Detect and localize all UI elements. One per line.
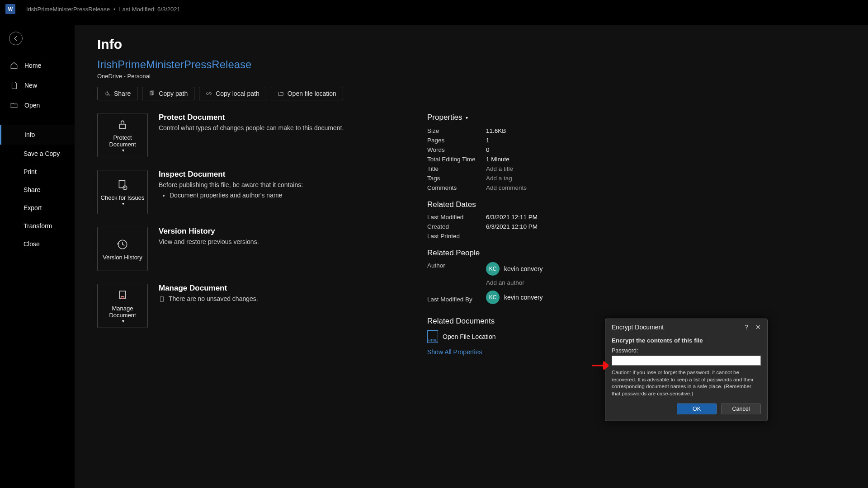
- last-printed-label: Last Printed: [427, 233, 486, 239]
- nav-print[interactable]: Print: [0, 163, 75, 181]
- document-name: IrishPrimeMinisterPressRelease: [97, 58, 845, 71]
- nav-export[interactable]: Export: [0, 199, 75, 217]
- nav-print-label: Print: [24, 168, 37, 175]
- protect-description: Control what types of changes people can…: [159, 124, 344, 133]
- protect-document-button[interactable]: Protect Document▾: [97, 113, 148, 157]
- svg-rect-3: [119, 180, 125, 188]
- related-documents-header: Related Documents: [427, 317, 599, 326]
- copy-local-path-button[interactable]: Copy local path: [199, 87, 266, 100]
- version-history-label: Version History: [103, 254, 142, 261]
- check-for-issues-button[interactable]: Check for Issues▾: [97, 170, 148, 214]
- words-label: Words: [427, 146, 486, 153]
- nav-open[interactable]: Open: [0, 95, 75, 115]
- title-value[interactable]: Add a title: [486, 165, 513, 172]
- properties-label: Properties: [427, 113, 462, 122]
- folder-icon: [278, 90, 284, 97]
- nav-home[interactable]: Home: [0, 56, 75, 75]
- modified-by-name: kevin convery: [504, 294, 543, 301]
- nav-export-label: Export: [24, 204, 42, 211]
- encrypt-document-dialog: Encrypt Document ? ✕ Encrypt the content…: [605, 319, 768, 421]
- nav-transform-label: Transform: [24, 222, 52, 230]
- protect-heading: Protect Document: [159, 113, 344, 122]
- chevron-down-icon: ▾: [122, 201, 124, 206]
- comments-value[interactable]: Add comments: [486, 184, 527, 191]
- avatar: KC: [486, 291, 500, 304]
- related-dates-header: Related Dates: [427, 200, 599, 209]
- related-people-header: Related People: [427, 249, 599, 258]
- document-location: OneDrive - Personal: [97, 73, 845, 80]
- nav-new[interactable]: New: [0, 75, 75, 95]
- dialog-help-button[interactable]: ?: [745, 324, 748, 331]
- author-person[interactable]: KCkevin convery: [486, 262, 543, 276]
- nav-new-label: New: [24, 82, 37, 89]
- manage-heading: Manage Document: [159, 284, 258, 293]
- inspect-bullet: Document properties and author's name: [170, 192, 303, 199]
- history-icon: [117, 239, 128, 250]
- author-label: Author: [427, 262, 486, 269]
- size-label: Size: [427, 127, 486, 134]
- chevron-down-icon: ▾: [466, 115, 468, 120]
- nav-save-a-copy[interactable]: Save a Copy: [0, 145, 75, 163]
- tags-value[interactable]: Add a tag: [486, 175, 512, 182]
- modified-by-label: Last Modified By: [427, 296, 486, 303]
- open-file-location-link[interactable]: HTML Open File Location: [427, 330, 599, 343]
- nav-close-label: Close: [24, 240, 40, 248]
- tags-label: Tags: [427, 175, 486, 182]
- manage-document-label: Manage Document: [99, 305, 146, 319]
- nav-share-label: Share: [24, 186, 40, 193]
- last-modified-label: Last Modified: [427, 214, 486, 221]
- properties-dropdown[interactable]: Properties▾: [427, 113, 599, 122]
- nav-info[interactable]: Info: [0, 125, 75, 145]
- nav-share[interactable]: Share: [0, 181, 75, 199]
- svg-rect-0: [150, 92, 153, 95]
- open-file-location-label: Open file location: [288, 90, 336, 97]
- dialog-heading: Encrypt the contents of this file: [612, 337, 703, 344]
- ok-button[interactable]: OK: [677, 404, 717, 414]
- last-modified-value: 6/3/2021 12:11 PM: [486, 214, 538, 221]
- doc-small-icon: [159, 296, 165, 302]
- nav-close[interactable]: Close: [0, 235, 75, 253]
- edit-time-label: Total Editing Time: [427, 156, 486, 163]
- copy-icon: [149, 90, 155, 97]
- show-all-properties-link[interactable]: Show All Properties: [427, 348, 599, 356]
- nav-transform[interactable]: Transform: [0, 217, 75, 235]
- inspect-icon: [117, 179, 128, 191]
- nav-info-label: Info: [24, 131, 35, 138]
- copy-local-path-label: Copy local path: [216, 90, 259, 97]
- lock-icon: [117, 119, 128, 131]
- inspect-description: Before publishing this file, be aware th…: [159, 181, 303, 190]
- created-label: Created: [427, 223, 486, 230]
- title-separator: •: [113, 6, 116, 13]
- add-author-link[interactable]: Add an author: [486, 279, 543, 286]
- manage-document-button[interactable]: Manage Document▾: [97, 284, 148, 328]
- password-input[interactable]: [612, 356, 761, 366]
- cancel-button[interactable]: Cancel: [721, 404, 761, 414]
- manage-description: There are no unsaved changes.: [169, 295, 258, 304]
- share-label: Share: [114, 90, 131, 97]
- version-history-button[interactable]: Version History: [97, 227, 148, 271]
- dialog-close-button[interactable]: ✕: [755, 324, 761, 331]
- comments-label: Comments: [427, 184, 486, 191]
- open-folder-icon: [10, 101, 18, 109]
- new-doc-icon: [10, 81, 18, 89]
- size-value: 11.6KB: [486, 127, 506, 134]
- title-last-modified: Last Modified: 6/3/2021: [119, 6, 180, 13]
- author-name: kevin convery: [504, 265, 543, 272]
- copy-path-button[interactable]: Copy path: [142, 87, 194, 100]
- avatar: KC: [486, 262, 500, 276]
- sidebar-divider: [8, 120, 66, 120]
- home-icon: [10, 61, 18, 70]
- titlebar: W IrishPrimeMinisterPressRelease • Last …: [0, 0, 868, 18]
- page-title: Info: [97, 37, 845, 52]
- link-icon: [206, 90, 212, 97]
- share-button[interactable]: Share: [97, 87, 137, 100]
- backstage-sidebar: Home New Open Info Save a Copy Print Sha…: [0, 25, 75, 253]
- open-file-location-button[interactable]: Open file location: [271, 87, 343, 100]
- chevron-down-icon: ▾: [122, 148, 124, 153]
- pages-label: Pages: [427, 137, 486, 144]
- dialog-caution-text: Caution: If you lose or forget the passw…: [612, 369, 761, 397]
- nav-open-label: Open: [24, 102, 40, 109]
- title-doc-name: IrishPrimeMinisterPressRelease: [26, 6, 110, 13]
- modified-by-person[interactable]: KCkevin convery: [486, 291, 543, 304]
- version-heading: Version History: [159, 227, 259, 236]
